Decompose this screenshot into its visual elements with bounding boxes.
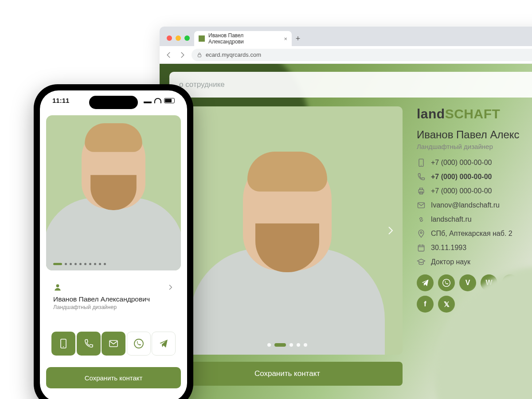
- back-icon[interactable]: [165, 51, 173, 59]
- new-tab-button[interactable]: +: [292, 34, 304, 46]
- mobile-role: Ландшафтный дизайнер: [53, 304, 174, 310]
- mail-icon: [417, 201, 426, 210]
- save-label: Сохранить контакт: [254, 369, 320, 378]
- mobile-action-row: [46, 326, 181, 361]
- carousel-dot[interactable]: [94, 263, 96, 265]
- status-time: 11:11: [52, 97, 69, 104]
- contact-phone[interactable]: +7 (000) 000-00-00: [417, 172, 532, 181]
- phone-value: +7 (000) 000-00-00: [431, 173, 492, 181]
- carousel-dot[interactable]: [99, 263, 101, 265]
- social-skype-button[interactable]: S: [523, 274, 532, 291]
- action-mobile-button[interactable]: [51, 332, 75, 356]
- social-x-button[interactable]: 𝕏: [438, 296, 455, 313]
- dynamic-island: [89, 96, 138, 109]
- brand-part2: SCHAFT: [445, 106, 501, 121]
- close-window-icon[interactable]: [167, 35, 172, 41]
- graduation-icon: [417, 258, 426, 266]
- carousel-dot[interactable]: [53, 263, 62, 265]
- carousel-dot[interactable]: [304, 343, 307, 347]
- mobile-photo-carousel[interactable]: [46, 115, 181, 270]
- whatsapp-icon: [133, 338, 144, 349]
- address-bar[interactable]: ecard.myqrcards.com: [192, 49, 532, 61]
- contact-panel: landSCHAFT Иванов Павел Алекс Ландшафтны…: [417, 106, 532, 313]
- social-viber-button[interactable]: V: [459, 274, 476, 291]
- carousel-dot[interactable]: [297, 343, 300, 347]
- link-icon: [417, 215, 426, 224]
- topbar-label: о сотруднике: [179, 80, 225, 89]
- pin-icon: [417, 229, 426, 238]
- email-icon: [108, 338, 119, 349]
- contact-email[interactable]: Ivanov@landschaft.ru: [417, 201, 532, 210]
- contact-address[interactable]: СПб, Аптекарская наб. 2: [417, 229, 532, 238]
- carousel-dot[interactable]: [84, 263, 86, 265]
- phone-icon: [417, 172, 426, 181]
- carousel-dot[interactable]: [267, 343, 271, 347]
- portrait: [172, 106, 403, 355]
- carousel-dot[interactable]: [89, 263, 91, 265]
- social-vk-button[interactable]: W: [481, 274, 497, 291]
- action-phone-button[interactable]: [77, 332, 101, 356]
- action-whatsapp-button[interactable]: [127, 332, 151, 356]
- contact-site[interactable]: landschaft.ru: [417, 215, 532, 224]
- portrait: [65, 124, 162, 236]
- wifi-icon: [154, 98, 161, 103]
- carousel-dot[interactable]: [70, 263, 72, 265]
- phone-screen: 11:11 Иванов Павел Александрович Ландшаф…: [40, 90, 187, 399]
- person-role: Ландшафтный дизайнер: [417, 143, 532, 150]
- birth-value: 30.11.1993: [431, 244, 466, 252]
- url-text: ecard.myqrcards.com: [206, 51, 261, 58]
- signal-icon: [144, 98, 152, 103]
- whatsapp-icon: [442, 278, 451, 287]
- mobile-save-button[interactable]: Сохранить контакт: [46, 367, 181, 388]
- social-links: VWокST▶f𝕏: [417, 274, 532, 313]
- mobile-info-card[interactable]: Иванов Павел Александрович Ландшафтный д…: [46, 277, 181, 317]
- brand-part1: land: [417, 106, 445, 121]
- social-whatsapp-button[interactable]: [438, 274, 455, 291]
- mobile-icon: [58, 338, 69, 349]
- mobile-icon: [417, 158, 426, 167]
- toolbar: ecard.myqrcards.com: [160, 46, 532, 64]
- zoom-window-icon[interactable]: [184, 35, 190, 41]
- carousel-dot[interactable]: [274, 343, 286, 347]
- brand-logo: landSCHAFT: [417, 106, 532, 121]
- contact-degree: Доктор наук: [417, 258, 532, 266]
- address-value: СПб, Аптекарская наб. 2: [431, 230, 512, 238]
- carousel-dot[interactable]: [74, 263, 77, 265]
- mobile-carousel-dots[interactable]: [53, 263, 106, 265]
- favicon-icon: [199, 35, 205, 42]
- carousel-dot[interactable]: [289, 343, 293, 347]
- tab-close-icon[interactable]: ×: [284, 35, 287, 42]
- window-controls[interactable]: [164, 35, 194, 46]
- telegram-icon: [158, 338, 169, 349]
- carousel-dots[interactable]: [267, 343, 307, 347]
- degree-value: Доктор наук: [431, 258, 470, 266]
- contact-fax[interactable]: +7 (000) 000-00-00: [417, 187, 532, 196]
- minimize-window-icon[interactable]: [176, 35, 181, 41]
- browser-window: Иванов Павел Александрови × + ecard.myqr…: [160, 27, 532, 399]
- tab-strip: Иванов Павел Александрови × +: [160, 27, 532, 46]
- chevron-right-icon[interactable]: [167, 284, 174, 291]
- contact-birth: 30.11.1993: [417, 243, 532, 252]
- fax-value: +7 (000) 000-00-00: [431, 187, 492, 195]
- email-value: Ivanov@landschaft.ru: [431, 201, 500, 209]
- site-value: landschaft.ru: [431, 215, 472, 223]
- social-ok-button[interactable]: ок: [502, 274, 519, 291]
- battery-icon: [164, 98, 175, 103]
- action-telegram-button[interactable]: [152, 332, 176, 356]
- page-body: о сотруднике Сохранить контакт landSCHAF…: [160, 64, 532, 399]
- social-facebook-button[interactable]: f: [417, 296, 434, 313]
- contact-mobile[interactable]: +7 (000) 000-00-00: [417, 158, 532, 167]
- social-telegram-button[interactable]: [417, 274, 434, 291]
- mobile-value: +7 (000) 000-00-00: [431, 159, 492, 167]
- browser-tab[interactable]: Иванов Павел Александрови ×: [194, 31, 292, 46]
- forward-icon[interactable]: [178, 51, 186, 59]
- carousel-dot[interactable]: [104, 263, 106, 265]
- phone-mock: 11:11 Иванов Павел Александрович Ландшаф…: [34, 84, 193, 399]
- photo-carousel[interactable]: [172, 106, 403, 355]
- save-contact-button[interactable]: Сохранить контакт: [172, 362, 403, 386]
- carousel-dot[interactable]: [65, 263, 67, 265]
- carousel-dot[interactable]: [79, 263, 82, 265]
- mobile-save-label: Сохранить контакт: [85, 374, 143, 382]
- carousel-next-button[interactable]: [385, 225, 401, 236]
- action-email-button[interactable]: [102, 332, 125, 356]
